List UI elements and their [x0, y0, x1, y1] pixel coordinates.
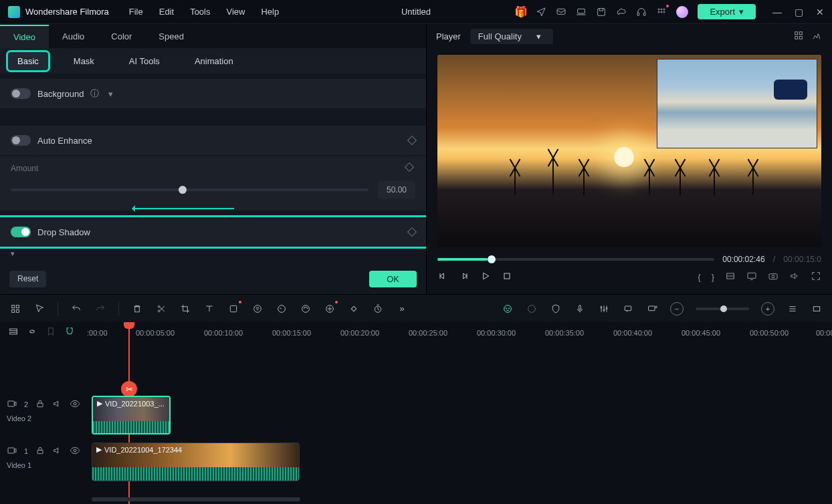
close-button[interactable]: ✕ [815, 7, 825, 17]
auto-enhance-toggle[interactable] [11, 135, 31, 146]
bookmark-icon[interactable] [45, 326, 56, 339]
export-button[interactable]: Export▾ [698, 4, 756, 19]
next-frame-icon[interactable] [459, 271, 470, 283]
stop-icon[interactable] [502, 271, 512, 283]
volume-icon[interactable] [789, 271, 800, 283]
background-toggle[interactable] [11, 88, 31, 99]
add-track-icon[interactable] [8, 326, 19, 339]
apps-icon[interactable] [656, 7, 667, 17]
maximize-button[interactable]: ▢ [793, 7, 804, 17]
color-icon[interactable] [251, 303, 264, 315]
settings-icon[interactable] [526, 303, 538, 315]
reset-button[interactable]: Reset [9, 271, 46, 287]
grid-view-icon[interactable] [793, 30, 804, 43]
visibility-icon[interactable] [70, 445, 80, 457]
undo-icon[interactable] [70, 303, 82, 315]
menu-edit[interactable]: Edit [159, 7, 174, 17]
menu-view[interactable]: View [226, 7, 245, 17]
zoom-slider[interactable] [696, 307, 749, 310]
send-icon[interactable] [536, 7, 546, 17]
keyframe-icon[interactable] [407, 227, 417, 237]
lock-icon[interactable] [35, 445, 45, 457]
clip-video-2[interactable]: ▶VID_20221003_... [92, 396, 171, 434]
minimize-button[interactable]: — [772, 7, 783, 17]
subtab-basic[interactable]: Basic [8, 52, 48, 70]
marker-icon[interactable] [622, 303, 634, 315]
ai-icon[interactable] [300, 303, 312, 315]
menu-help[interactable]: Help [261, 7, 279, 17]
list-icon[interactable] [787, 303, 799, 315]
scope-icon[interactable] [812, 30, 823, 43]
ai-assistant-icon[interactable] [502, 303, 514, 315]
visibility-icon[interactable] [70, 398, 80, 410]
clip-video-1[interactable]: ▶VID_20221004_172344 [92, 443, 300, 481]
snapshot-icon[interactable] [768, 271, 778, 283]
time-ruler[interactable]: :00:00 00:00:05:00 00:00:10:00 00:00:15:… [87, 325, 832, 341]
keyframe-icon[interactable] [407, 136, 417, 145]
fullscreen-icon[interactable] [811, 271, 821, 283]
audio-mixer-icon[interactable] [598, 303, 610, 315]
keyframe-icon[interactable] [405, 162, 414, 172]
link-icon[interactable] [27, 326, 37, 339]
more-icon[interactable]: » [396, 303, 408, 315]
zoom-out-button[interactable]: − [670, 302, 684, 316]
tab-speed[interactable]: Speed [145, 25, 197, 47]
preview[interactable] [437, 55, 821, 247]
record-screen-icon[interactable] [646, 303, 658, 315]
progress-slider[interactable] [437, 258, 714, 261]
amount-value[interactable]: 50.00 [378, 181, 415, 199]
mute-icon[interactable] [52, 398, 63, 410]
picture-in-picture[interactable] [657, 59, 817, 148]
apps-icon[interactable] [9, 303, 21, 315]
tab-color[interactable]: Color [98, 25, 145, 47]
headphones-icon[interactable] [636, 7, 647, 17]
mic-icon[interactable] [574, 303, 586, 315]
expand-more-icon[interactable]: ▾ [11, 249, 426, 258]
tab-video[interactable]: Video [0, 25, 49, 48]
save-icon[interactable] [596, 7, 607, 17]
effects-icon[interactable] [324, 303, 336, 315]
subtab-ai-tools[interactable]: AI Tools [120, 52, 169, 70]
subtab-animation[interactable]: Animation [185, 52, 243, 70]
quality-dropdown[interactable]: Full Quality ▾ [470, 29, 553, 44]
menu-tools[interactable]: Tools [190, 7, 210, 17]
brace-open-icon[interactable]: { [698, 272, 700, 282]
ok-button[interactable]: OK [369, 271, 417, 287]
subtab-mask[interactable]: Mask [64, 52, 104, 70]
drop-shadow-toggle[interactable] [11, 227, 31, 237]
scissor-icon[interactable]: ✂ [121, 381, 137, 397]
shield-icon[interactable] [550, 303, 562, 315]
lock-icon[interactable] [35, 398, 45, 410]
message-icon[interactable] [556, 7, 566, 17]
drop-shadow-row[interactable]: Drop Shadow [0, 217, 426, 247]
playhead-handle-icon[interactable] [124, 322, 134, 329]
menu-file[interactable]: File [129, 7, 143, 17]
avatar[interactable] [676, 6, 688, 18]
crop-icon[interactable] [179, 303, 191, 315]
cloud-icon[interactable] [616, 7, 627, 17]
chevron-down-icon[interactable]: ▾ [108, 89, 113, 99]
display-icon[interactable] [746, 271, 757, 283]
fit-icon[interactable] [811, 303, 823, 315]
redo-icon[interactable] [94, 303, 106, 315]
adjust-icon[interactable] [227, 303, 239, 315]
tab-audio[interactable]: Audio [49, 25, 98, 47]
laptop-icon[interactable] [576, 7, 587, 17]
prev-frame-icon[interactable] [437, 271, 448, 283]
mute-icon[interactable] [52, 445, 63, 457]
delete-icon[interactable] [131, 303, 143, 315]
play-icon[interactable] [480, 271, 491, 283]
background-row[interactable]: Background ⓘ ▾ [0, 79, 426, 108]
split-icon[interactable] [155, 303, 167, 315]
help-icon[interactable]: ⓘ [90, 88, 99, 100]
text-icon[interactable] [203, 303, 215, 315]
speed-hand-icon[interactable] [276, 303, 288, 315]
amount-slider[interactable] [11, 188, 369, 191]
brace-close-icon[interactable]: } [712, 272, 714, 282]
gift-icon[interactable]: 🎁 [516, 7, 526, 17]
pointer-icon[interactable] [33, 303, 45, 315]
layout-icon[interactable] [725, 271, 736, 283]
magnet-icon[interactable] [64, 326, 75, 339]
timeline-scrollbar[interactable] [92, 497, 300, 501]
auto-enhance-row[interactable]: Auto Enhance [0, 126, 426, 155]
